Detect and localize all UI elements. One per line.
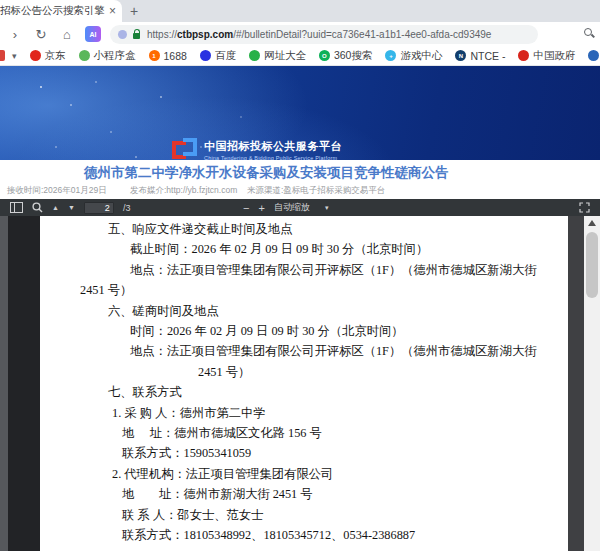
previous-page-icon[interactable]: ▲ bbox=[52, 204, 59, 212]
ai-extension-icon[interactable]: AI bbox=[85, 26, 101, 42]
bookmark-favicon-clipped[interactable] bbox=[0, 50, 5, 61]
search-icon bbox=[584, 28, 592, 36]
site-banner: 中国招标投标公共服务平台 China Tendering & Bidding P… bbox=[0, 66, 600, 160]
received-time: 接收时间:2026年01月29日 bbox=[7, 185, 107, 197]
bookmark-item[interactable]: 中国政府 bbox=[518, 49, 575, 63]
bookmark-item[interactable]: O 360搜索 bbox=[319, 49, 373, 63]
bulletin-title: 德州市第二中学净水开水设备采购及安装项目竞争性磋商公告 bbox=[84, 164, 449, 182]
document-text-line: 时间：2026 年 02 月 09 日 09 时 30 分（北京时间） bbox=[40, 321, 568, 341]
document-text-line: 2451 号） bbox=[40, 362, 568, 382]
pdf-page: 五、响应文件递交截止时间及地点截止时间：2026 年 02 月 09 日 09 … bbox=[40, 216, 568, 551]
document-text-line: 2. 代理机构：法正项目管理集团有限公司 bbox=[40, 464, 568, 484]
next-page-icon[interactable]: ▼ bbox=[68, 204, 75, 212]
ctbpsp-logo-icon bbox=[172, 138, 197, 160]
document-text-line: 六、磋商时间及地点 bbox=[40, 301, 568, 321]
forward-icon[interactable]: › bbox=[6, 25, 24, 43]
bookmark-favicon: O bbox=[319, 50, 330, 61]
find-in-document-icon[interactable] bbox=[32, 202, 43, 213]
bookmark-label: 百度 bbox=[215, 49, 236, 63]
bookmark-favicon: N bbox=[455, 50, 466, 61]
new-tab-button[interactable]: + bbox=[124, 2, 144, 20]
bookmark-label: 游戏中心 bbox=[400, 49, 442, 63]
address-bar[interactable]: https://ctbpsp.com/#/bulletinDetail?uuid… bbox=[110, 25, 538, 44]
viewer-shadow-strip bbox=[8, 216, 40, 551]
reload-icon[interactable]: ↻ bbox=[32, 25, 50, 43]
bookmark-favicon bbox=[588, 50, 599, 61]
bookmark-item[interactable]: 百度 bbox=[200, 49, 236, 63]
secure-lock-icon[interactable] bbox=[133, 33, 140, 39]
pdf-viewer: 五、响应文件递交截止时间及地点截止时间：2026 年 02 月 09 日 09 … bbox=[0, 216, 600, 551]
bookmark-label: 京东 bbox=[45, 49, 66, 63]
bookmark-item[interactable]: 采购与招 bbox=[588, 49, 600, 63]
document-text-line: 地点：法正项目管理集团有限公司开评标区（1F）（德州市德城区新湖大街 bbox=[40, 260, 568, 280]
chevron-down-icon[interactable]: ▾ bbox=[12, 51, 17, 61]
bookmark-label: 1688 bbox=[164, 50, 187, 62]
document-text-line: 五、响应文件递交截止时间及地点 bbox=[40, 219, 568, 239]
pdf-scrollbar[interactable] bbox=[584, 216, 600, 551]
bookmark-item[interactable]: 京东 bbox=[30, 49, 66, 63]
bookmark-item[interactable]: + 游戏中心 bbox=[385, 49, 442, 63]
bookmark-item[interactable]: 网址大全 bbox=[249, 49, 306, 63]
platform-name: 中国招标投标公共服务平台 bbox=[204, 139, 342, 154]
scrollbar-thumb[interactable] bbox=[586, 232, 598, 298]
source-channel: 来源渠道:盈标电子招标采购交易平台 bbox=[247, 185, 385, 197]
browser-window: 招标公告公示搜索引擎-中国 × + › ↻ ⌂ AI https://ctbps… bbox=[0, 0, 600, 551]
document-text-line: 截止时间：2026 年 02 月 09 日 09 时 30 分（北京时间） bbox=[40, 239, 568, 259]
bookmark-favicon: + bbox=[385, 50, 396, 61]
document-text-line: 联系方式：18105348992、18105345712、0534-238688… bbox=[40, 525, 568, 545]
tab-bar: 招标公告公示搜索引擎-中国 × + bbox=[0, 0, 600, 22]
document-text-line: 地 址：德州市德城区文化路 156 号 bbox=[40, 423, 568, 443]
pdf-toolbar: ▲ ▼ /3 − + 自动缩放 ▾ bbox=[0, 199, 600, 216]
bookmark-favicon: 1 bbox=[149, 50, 160, 61]
bookmark-favicon bbox=[79, 50, 90, 61]
bookmark-item[interactable]: N NTCE - bbox=[455, 49, 505, 63]
bookmark-label: 小程序盒 bbox=[94, 49, 136, 63]
url-text: https://ctbpsp.com/#/bulletinDetail?uuid… bbox=[147, 29, 491, 40]
bookmark-item[interactable]: 小程序盒 bbox=[79, 49, 136, 63]
zoom-mode-select[interactable]: 自动缩放 bbox=[274, 201, 310, 214]
browser-tab[interactable]: 招标公告公示搜索引擎-中国 × bbox=[0, 0, 122, 22]
bookmark-label: 360搜索 bbox=[334, 49, 373, 63]
toolbar-search[interactable] bbox=[584, 28, 592, 36]
bookmark-item[interactable]: 1 1688 bbox=[149, 49, 187, 63]
document-text-line: 地 址：德州市新湖大街 2451 号 bbox=[40, 484, 568, 504]
page-total: /3 bbox=[123, 203, 131, 213]
home-icon[interactable]: ⌂ bbox=[58, 25, 76, 43]
bookmark-label: NTCE - bbox=[470, 50, 505, 62]
bookmark-favicon bbox=[518, 50, 529, 61]
document-text-line: 七、联系方式 bbox=[40, 382, 568, 402]
bulletin-header: 德州市第二中学净水开水设备采购及安装项目竞争性磋商公告 接收时间:2026年01… bbox=[0, 160, 600, 199]
zoom-caret-icon[interactable]: ▾ bbox=[325, 204, 329, 212]
page-number-input[interactable] bbox=[84, 202, 114, 214]
publish-medium[interactable]: 发布媒介:http://yb.fzjtcn.com bbox=[130, 185, 237, 197]
document-text-line: 2451 号） bbox=[40, 280, 568, 300]
platform-logo: 中国招标投标公共服务平台 China Tendering & Bidding P… bbox=[172, 138, 342, 160]
bookmark-label: 中国政府 bbox=[533, 49, 575, 63]
scroll-up-icon[interactable] bbox=[588, 220, 596, 226]
viewer-gutter bbox=[0, 216, 8, 551]
navigation-toolbar: › ↻ ⌂ AI https://ctbpsp.com/#/bulletinDe… bbox=[0, 22, 600, 46]
tab-close-icon[interactable]: × bbox=[109, 6, 116, 16]
site-info-icon[interactable] bbox=[118, 30, 127, 39]
zoom-in-icon[interactable]: + bbox=[258, 202, 264, 214]
bookmark-favicon bbox=[249, 50, 260, 61]
document-text-line: 1. 采 购 人：德州市第二中学 bbox=[40, 403, 568, 423]
fullscreen-icon[interactable] bbox=[579, 202, 590, 213]
document-text-line: 联系方式：15905341059 bbox=[40, 443, 568, 463]
tab-title: 招标公告公示搜索引擎-中国 bbox=[0, 4, 105, 18]
zoom-out-icon[interactable]: − bbox=[243, 202, 249, 214]
bookmark-label: 网址大全 bbox=[264, 49, 306, 63]
bookmark-favicon bbox=[200, 50, 211, 61]
bookmark-favicon bbox=[30, 50, 41, 61]
document-text-line: 联 系 人：邵女士、范女士 bbox=[40, 505, 568, 525]
sidebar-toggle-icon[interactable] bbox=[10, 202, 23, 213]
bookmarks-bar: ▾ 京东 小程序盒 1 1688 百度 网址大全 O 360搜索 bbox=[0, 46, 600, 66]
bookmark-list: 京东 小程序盒 1 1688 百度 网址大全 O 360搜索 + 游戏中心 N bbox=[30, 49, 600, 63]
document-text-line: 地点：法正项目管理集团有限公司开评标区（1F）（德州市德城区新湖大街 bbox=[40, 341, 568, 361]
